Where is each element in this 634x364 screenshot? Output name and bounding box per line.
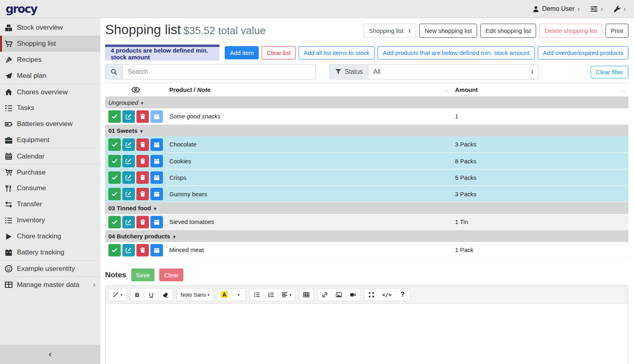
delete-item-button[interactable] <box>136 244 149 256</box>
notes-save-button[interactable]: Save <box>131 268 154 281</box>
admin-menu[interactable] <box>614 5 626 12</box>
mark-done-button[interactable] <box>108 110 121 123</box>
box-icon <box>154 219 160 225</box>
group-header-row[interactable]: 01 Sweets <box>105 125 628 136</box>
add-to-stock-button[interactable] <box>150 216 163 228</box>
mark-done-button[interactable] <box>108 171 121 184</box>
fullscreen-button[interactable] <box>364 289 378 301</box>
product-column-header[interactable]: Product / Note <box>166 83 452 97</box>
edit-item-button[interactable] <box>122 171 135 184</box>
add-to-stock-button[interactable] <box>150 188 163 200</box>
mark-done-button[interactable] <box>108 244 121 256</box>
sidebar-item-shopping-list[interactable]: Shopping list <box>0 36 100 52</box>
ordered-list-button[interactable] <box>264 289 278 301</box>
edit-item-button[interactable] <box>122 110 135 123</box>
magic-wand-icon <box>113 292 119 298</box>
sidebar-item-stock-overview[interactable]: Stock overview <box>0 20 100 36</box>
add-to-stock-button[interactable] <box>150 138 163 151</box>
delete-item-button[interactable] <box>136 216 149 228</box>
insert-link-button[interactable] <box>318 289 332 301</box>
edit-item-button[interactable] <box>122 188 135 200</box>
delete-item-button[interactable] <box>136 188 149 200</box>
sidebar-item-meal-plan[interactable]: Meal plan <box>0 68 100 84</box>
mark-done-button[interactable] <box>108 216 121 228</box>
amount-column-header[interactable]: Amount <box>452 83 628 97</box>
clear-filter-button[interactable]: Clear filter <box>591 66 628 78</box>
eraser-button[interactable] <box>158 289 173 301</box>
group-header-row[interactable]: Ungrouped <box>105 97 628 108</box>
mark-done-button[interactable] <box>108 138 121 151</box>
code-view-button[interactable]: </> <box>378 289 395 301</box>
insert-video-button[interactable] <box>346 289 360 301</box>
delete-item-button[interactable] <box>136 155 149 167</box>
clear-list-button[interactable]: Clear list <box>262 46 295 59</box>
top-navbar: grocy Demo User <box>0 0 634 18</box>
sort-icon[interactable] <box>445 86 449 93</box>
sort-icon[interactable] <box>622 86 625 93</box>
sidebar-item-consume[interactable]: Consume <box>0 180 100 196</box>
chevron-right-icon <box>93 281 96 289</box>
font-family-select[interactable]: Noto Sans <box>177 289 213 301</box>
group-header-row[interactable]: 03 Tinned food <box>105 202 628 214</box>
unordered-list-button[interactable] <box>250 289 264 301</box>
status-select[interactable]: All <box>368 65 538 79</box>
sidebar-item-recipes[interactable]: Recipes <box>0 52 100 68</box>
edit-item-button[interactable] <box>122 155 135 167</box>
funnel-icon <box>335 69 341 75</box>
check-icon <box>112 142 118 148</box>
edit-shopping-list-button[interactable]: Edit shopping list <box>480 24 536 38</box>
group-name: 03 Tinned food <box>108 205 156 211</box>
insert-table-button[interactable] <box>299 289 313 301</box>
add-item-button[interactable]: Add item <box>225 46 259 59</box>
add-to-stock-button[interactable] <box>150 110 163 123</box>
add-overdue-button[interactable]: Add overdue/expired products <box>538 46 628 59</box>
print-button[interactable]: Print <box>606 24 628 38</box>
search-input[interactable] <box>123 65 315 79</box>
delete-item-button[interactable] <box>136 138 149 151</box>
edit-item-button[interactable] <box>122 216 135 228</box>
sidebar-item-manage-master-data[interactable]: Manage master data <box>0 277 100 293</box>
add-to-stock-button[interactable] <box>150 171 163 184</box>
notes-editor-area[interactable] <box>106 304 628 364</box>
underline-button[interactable]: U <box>144 289 158 301</box>
edit-item-button[interactable] <box>122 138 135 151</box>
bold-button[interactable]: B <box>130 289 144 301</box>
sidebar-item-example-userentity[interactable]: Example userentity <box>0 260 100 277</box>
sidebar-item-calendar[interactable]: Calendar <box>0 148 100 164</box>
product-cell: Gummy bears <box>166 186 452 202</box>
app-logo[interactable]: grocy <box>6 2 37 16</box>
sidebar-item-equipment[interactable]: Equipment <box>0 132 100 148</box>
add-to-stock-button[interactable] <box>150 155 163 167</box>
settings-menu[interactable] <box>590 5 603 13</box>
sidebar-item-transfer[interactable]: Transfer <box>0 196 100 212</box>
delete-shopping-list-button[interactable]: Delete shopping list <box>539 24 602 38</box>
sidebar-item-inventory[interactable]: Inventory <box>0 212 100 228</box>
sidebar-item-chores-overview[interactable]: Chores overview <box>0 84 100 100</box>
mark-done-button[interactable] <box>108 188 121 200</box>
font-color-caret[interactable] <box>232 289 246 301</box>
mark-done-button[interactable] <box>108 155 121 167</box>
wrench-icon <box>614 5 621 12</box>
add-to-stock-button[interactable] <box>150 244 163 256</box>
sidebar-item-batteries-overview[interactable]: Batteries overview <box>0 116 100 132</box>
user-menu[interactable]: Demo User <box>532 5 580 12</box>
shopping-list-select[interactable]: Shopping list <box>364 24 416 38</box>
new-shopping-list-button[interactable]: New shopping list <box>419 24 477 38</box>
delete-item-button[interactable] <box>136 171 149 184</box>
paragraph-button[interactable] <box>278 289 295 301</box>
edit-item-button[interactable] <box>122 244 135 256</box>
group-header-row[interactable]: 04 Butchery products <box>105 230 628 242</box>
sidebar-item-battery-tracking[interactable]: Battery tracking <box>0 244 100 260</box>
add-below-min-button[interactable]: Add products that are below defined min.… <box>378 46 535 59</box>
sidebar-item-chore-tracking[interactable]: Chore tracking <box>0 228 100 244</box>
add-all-to-stock-button[interactable]: Add all list items to stock <box>299 46 375 59</box>
magic-style-button[interactable] <box>109 289 126 301</box>
delete-item-button[interactable] <box>136 110 149 123</box>
help-button[interactable]: ? <box>396 289 410 301</box>
sidebar-item-purchase[interactable]: Purchase <box>0 164 100 180</box>
notes-clear-button[interactable]: Clear <box>159 268 183 281</box>
font-color-button[interactable]: A <box>217 289 232 301</box>
sidebar-collapse-button[interactable] <box>0 345 100 364</box>
sidebar-item-tasks[interactable]: Tasks <box>0 100 100 116</box>
insert-picture-button[interactable] <box>332 289 346 301</box>
